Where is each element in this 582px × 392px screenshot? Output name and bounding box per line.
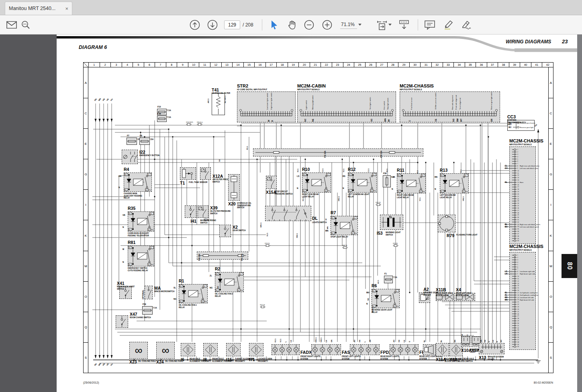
svg-text:15: 15 [517,287,519,289]
wire-code: L [364,341,366,342]
svg-text:20: 20 [517,193,519,195]
svg-text:BM: BM [456,118,459,122]
toolbar-separator [418,19,418,30]
svg-text:NG: NG [452,118,455,122]
zoom-level-dropdown[interactable]: 71.1% [340,21,361,29]
document-tab[interactable]: Manitou MRT 2540... × [5,2,72,15]
svg-text:15: 15 [517,182,519,183]
svg-text:85: 85 [303,190,305,192]
svg-text:2: 2 [517,151,518,153]
comment-icon[interactable] [424,20,435,30]
svg-text:26: 26 [517,313,519,315]
svg-text:85: 85 [125,189,127,191]
zoom-out-button[interactable] [304,20,314,30]
svg-text:29: 29 [517,214,519,216]
component-i41: I41MAXIMUM RISING SWITCH [185,205,196,218]
svg-text:87: 87 [394,305,396,307]
svg-text:6: 6 [517,160,518,162]
page-scroll-button[interactable] [398,19,410,30]
email-icon[interactable] [6,21,17,28]
page-number-field[interactable] [224,20,240,29]
footer-date: (25/06/2012) [83,381,99,384]
page-number-input[interactable] [224,20,240,29]
svg-text:33: 33 [517,224,519,225]
wire-code: SN [359,340,361,342]
svg-text:X11-26: X11-26 [393,243,398,244]
svg-text:87: 87 [352,232,354,234]
svg-text:87: 87 [146,189,148,191]
svg-text:NG: NG [534,124,538,127]
component-i8: I8FRONT AXLE ALIGNMENT PROXIMITY [203,343,218,356]
component-r13: 86 85 30 87 87aR13LEFT HIGH BEAM LIGHT R… [440,173,469,193]
component-i6: I6REAR AXLE ALIGNMENT PROXIMITY [181,343,195,356]
svg-text:M: M [268,120,270,122]
wire-code: GN [480,340,482,342]
svg-text:27: 27 [517,315,519,317]
svg-text:Reverse gear light: Reverse gear light [520,126,534,128]
highlight-icon[interactable] [443,20,454,30]
wire-code: S1.5 [343,169,345,172]
wire-code: H1.5 [302,197,304,201]
svg-text:NC: NC [304,118,306,122]
component-dl: DLLIGHTS SWITCH [265,206,311,221]
svg-text:32: 32 [517,221,519,223]
component-a1: A1HORN [423,344,436,355]
svg-text:X30-4(+): X30-4(+) [197,122,203,123]
wire-code: SN [398,340,400,342]
svg-text:Left rear axle block switch: Left rear axle block switch [520,226,539,228]
next-page-button[interactable] [207,20,218,30]
svg-text:X18-26/25: X18-26/25 [186,122,193,123]
svg-text:NE: NE [312,118,314,122]
svg-text:28: 28 [517,212,519,214]
toolbar: / 208 71.1% [0,15,582,35]
svg-text:27: 27 [517,210,519,211]
svg-text:19: 19 [517,297,519,299]
svg-text:23: 23 [517,306,519,308]
wire-code: SG [219,159,221,162]
tab-title: Manitou MRT 2540... [9,6,62,11]
select-tool-icon[interactable] [270,20,279,30]
document-area: DIAGRAM 6 WIRING DIAGRAMS 23 12345678910… [0,35,582,392]
svg-text:31: 31 [517,325,519,327]
svg-text:22: 22 [517,304,519,305]
svg-text:39: 39 [517,238,519,240]
component-r10: 86 85 30 87 87aR10RIGHT LOW BEAM LIGHT R… [302,173,331,193]
wire-code: LN [403,340,405,342]
zoom-in-button[interactable] [322,20,332,30]
section-title: WIRING DIAGRAMS [506,39,551,45]
wire-code: NL 9-M .5 [224,95,226,103]
svg-text:X19-18: X19-18 [376,202,380,203]
component-x20: X20HYDRAULIC OIL TEMPERATURE SWITCH [228,174,240,201]
wire-code: LN [290,340,292,342]
wire-code: LN [492,340,494,342]
svg-text:Right rear axle block switch: Right rear axle block switch [520,223,541,225]
svg-text:87a: 87a [355,233,357,234]
svg-text:3: 3 [517,259,518,261]
svg-text:17: 17 [517,186,519,188]
svg-text:Stop light switch: Stop light switch [387,98,389,110]
component-str2: Low beam lights switchHigh beam lights s… [237,91,296,122]
svg-text:30: 30 [204,285,206,287]
wire-code: V1.5 [419,197,421,201]
search-icon[interactable] [21,20,31,30]
wire-code: GN [369,340,371,342]
svg-text:5: 5 [517,264,518,266]
svg-text:36: 36 [517,231,519,232]
wire-code: GN [331,340,333,342]
fit-width-button[interactable] [377,19,392,30]
svg-text:R: R [271,120,274,122]
fuse-f1: F1 7.5A [384,276,393,283]
wire-code: AG1.5 [372,308,374,313]
wire-code: H1.5 [274,339,276,342]
sign-icon[interactable] [461,20,473,30]
previous-page-button[interactable] [190,20,200,30]
svg-text:High beam lights switch: High beam lights switch [270,93,272,110]
fuse-f30: F30 7.5A [383,175,391,187]
wire-code: HN1.5 [338,196,340,201]
page-total-label: / 208 [243,22,253,28]
svg-text:85: 85 [398,191,400,193]
tab-close-icon[interactable]: × [65,6,68,11]
svg-text:85: 85 [441,191,443,193]
hand-tool-icon[interactable] [287,20,297,30]
component-r6: 86 85 30 87 87aR6REVERSE GEAR LIGHT RELA… [372,289,400,308]
